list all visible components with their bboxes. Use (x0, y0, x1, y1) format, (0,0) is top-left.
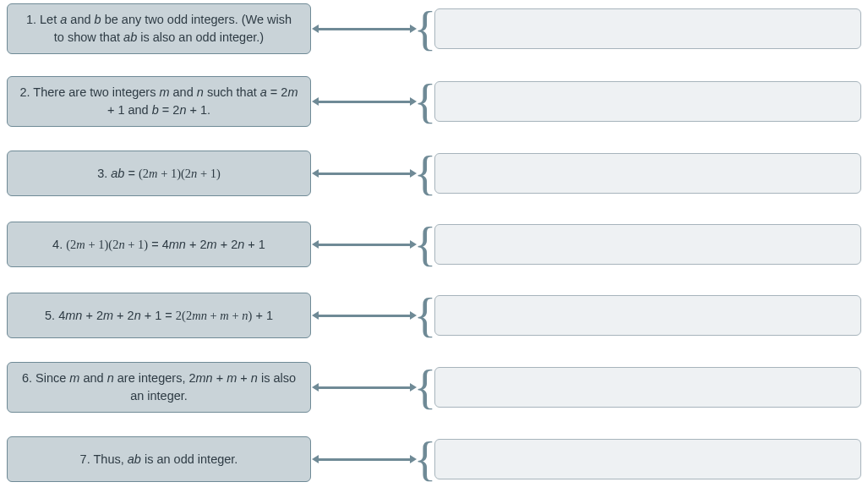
brace-icon: { (419, 149, 431, 198)
brace-icon: { (419, 363, 431, 412)
statement-box-2[interactable]: 2. There are two integers m and n such t… (7, 76, 311, 127)
drop-zone-1[interactable] (434, 8, 861, 49)
statement-box-1[interactable]: 1. Let a and b be any two odd integers. … (7, 3, 311, 54)
statement-text: 1. Let a and b be any two odd integers. … (19, 11, 298, 47)
proof-row: 7. Thus, ab is an odd integer. { (7, 435, 861, 484)
statement-text: 4. (2m + 1)(2n + 1) = 4mn + 2m + 2n + 1 (52, 236, 265, 254)
proof-row: 3. ab = (2m + 1)(2n + 1) { (7, 149, 861, 198)
brace-icon: { (419, 220, 431, 269)
statement-box-3[interactable]: 3. ab = (2m + 1)(2n + 1) (7, 151, 311, 196)
drop-zone-6[interactable] (434, 367, 861, 408)
connector-arrow (318, 101, 411, 103)
statement-text: 7. Thus, ab is an odd integer. (80, 451, 238, 468)
connector-arrow (318, 315, 411, 317)
drop-zone-3[interactable] (434, 153, 861, 194)
statement-box-7[interactable]: 7. Thus, ab is an odd integer. (7, 436, 311, 482)
statement-box-4[interactable]: 4. (2m + 1)(2n + 1) = 4mn + 2m + 2n + 1 (7, 222, 311, 267)
drop-zone-7[interactable] (434, 439, 861, 479)
proof-row: 5. 4mn + 2m + 2n + 1 = 2(2mn + m + n) + … (7, 291, 861, 340)
connector-arrow (318, 244, 411, 246)
connector-arrow (318, 28, 411, 30)
statement-box-6[interactable]: 6. Since m and n are integers, 2mn + m +… (7, 362, 311, 413)
connector-arrow (318, 173, 411, 175)
statement-text: 2. There are two integers m and n such t… (19, 84, 298, 119)
brace-icon: { (419, 291, 431, 340)
proof-row: 6. Since m and n are integers, 2mn + m +… (7, 362, 861, 413)
statement-box-5[interactable]: 5. 4mn + 2m + 2n + 1 = 2(2mn + m + n) + … (7, 293, 311, 338)
connector-arrow (318, 458, 411, 461)
brace-icon: { (419, 435, 431, 484)
statement-text: 5. 4mn + 2m + 2n + 1 = 2(2mn + m + n) + … (45, 307, 273, 325)
statement-text: 6. Since m and n are integers, 2mn + m +… (19, 370, 298, 405)
drop-zone-2[interactable] (434, 81, 861, 122)
proof-row: 4. (2m + 1)(2n + 1) = 4mn + 2m + 2n + 1 … (7, 220, 861, 269)
brace-icon: { (419, 77, 431, 126)
statement-text: 3. ab = (2m + 1)(2n + 1) (97, 165, 221, 183)
proof-row: 1. Let a and b be any two odd integers. … (7, 3, 861, 54)
proof-row: 2. There are two integers m and n such t… (7, 76, 861, 127)
brace-icon: { (419, 4, 431, 53)
connector-arrow (318, 386, 411, 389)
drop-zone-5[interactable] (434, 295, 861, 336)
drop-zone-4[interactable] (434, 224, 861, 265)
